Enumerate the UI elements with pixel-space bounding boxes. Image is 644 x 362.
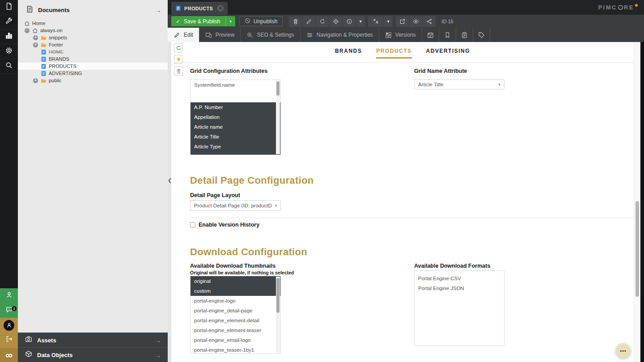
tab-notes[interactable] xyxy=(456,28,473,42)
tree-item-home[interactable]: Home xyxy=(18,20,168,27)
grid-config-attributes-label: Grid Configuration Attributes xyxy=(190,68,267,74)
locate-button[interactable] xyxy=(329,16,342,27)
tab-bookmark[interactable] xyxy=(439,28,456,42)
caret-down-icon: ▾ xyxy=(360,19,362,24)
page-tab-products[interactable]: PRODUCTS xyxy=(376,48,411,59)
account-button[interactable] xyxy=(0,318,18,333)
list-item[interactable]: Article Title xyxy=(191,132,280,142)
tools-nav-button[interactable] xyxy=(0,15,18,29)
rename-button[interactable] xyxy=(302,16,315,27)
infinity-icon: ∞ xyxy=(5,351,13,360)
content-scrollbar[interactable] xyxy=(634,42,640,362)
data-objects-accordion[interactable]: Data Objects → xyxy=(18,347,168,362)
open-document-tab[interactable]: PRODUCTS × xyxy=(171,2,228,15)
tab-versions[interactable]: Versions xyxy=(379,28,422,42)
tree-item-advertising[interactable]: ADVERTISING xyxy=(18,70,168,77)
unpublish-button[interactable]: Unpublish xyxy=(239,16,283,26)
list-item[interactable]: Article name xyxy=(191,122,280,132)
list-item[interactable]: custom xyxy=(191,286,280,296)
list-item[interactable]: portal-engine_detail-page xyxy=(191,306,280,316)
list-item[interactable]: portal-engine_element-detail xyxy=(191,316,280,325)
tab-edit[interactable]: Edit xyxy=(168,28,199,42)
trash-icon xyxy=(292,18,299,25)
save-publish-button[interactable]: ✓Save & Publish ▾ xyxy=(171,16,235,26)
trash-icon xyxy=(176,68,182,74)
scrollbar-thumb[interactable] xyxy=(636,201,639,297)
grid-config-attributes-list[interactable]: Systemfield.name A.P. Number Appellation… xyxy=(190,80,281,155)
avatar xyxy=(4,320,14,331)
share-button[interactable] xyxy=(423,16,436,27)
list-scrollbar[interactable] xyxy=(276,80,280,154)
perspective-button[interactable]: ∞ xyxy=(0,348,18,362)
reports-nav-button[interactable] xyxy=(0,29,18,44)
list-item[interactable]: portal-engine_email-logo xyxy=(191,335,280,345)
search-nav-button[interactable] xyxy=(0,59,18,74)
page-tab-advertising[interactable]: ADVERTISING xyxy=(426,48,470,59)
clear-content-button[interactable] xyxy=(174,67,183,76)
folder-icon xyxy=(41,35,47,41)
list-item[interactable]: portal-engine_teaser-1by1 xyxy=(191,345,280,354)
detail-page-layout-select[interactable]: Product Detail Page (ID: productDetailPa… xyxy=(190,200,281,211)
download-formats-list[interactable]: Portal Engine CSV Portal Engine JSON xyxy=(414,270,504,346)
info-caret-button[interactable]: ▾ xyxy=(356,16,365,27)
list-item[interactable]: Article Type xyxy=(191,142,280,152)
assets-accordion[interactable]: Assets → xyxy=(18,333,168,347)
list-item[interactable]: Appellation xyxy=(191,112,280,122)
save-options-caret[interactable]: ▾ xyxy=(225,16,235,26)
tree-item-snippets[interactable]: + snippets xyxy=(18,34,168,41)
tab-navigation-properties[interactable]: Navigation & Properties xyxy=(301,28,379,42)
file-icon xyxy=(5,2,13,12)
devices-icon xyxy=(205,32,212,38)
more-actions-button[interactable]: ••• xyxy=(616,343,631,358)
tree-item-footer[interactable]: + Footer xyxy=(18,41,168,48)
grid-name-attribute-select[interactable]: Article Title ▾ xyxy=(414,80,504,89)
list-scrollbar[interactable] xyxy=(276,277,280,353)
close-tab-icon[interactable]: × xyxy=(217,5,224,12)
documents-panel-header[interactable]: Documents → xyxy=(18,0,168,19)
expand-toggle-icon[interactable]: + xyxy=(33,42,38,47)
info-button[interactable] xyxy=(343,16,356,27)
download-thumbnails-list[interactable]: original custom portal-engine-logo porta… xyxy=(190,276,281,354)
tab-schedule[interactable] xyxy=(422,28,439,42)
page-tab-brands[interactable]: BRANDS xyxy=(335,48,362,59)
logout-button[interactable] xyxy=(0,333,18,347)
tree-item-public[interactable]: + public xyxy=(18,77,168,84)
list-item[interactable]: Systemfield.name xyxy=(191,80,280,90)
list-item[interactable]: original xyxy=(191,276,280,286)
list-item[interactable]: Portal Engine CSV xyxy=(415,274,504,283)
list-item[interactable]: A.P. Number xyxy=(191,102,280,112)
open-page-button[interactable] xyxy=(396,16,409,27)
translate-button[interactable] xyxy=(368,16,383,27)
logo-ring xyxy=(618,5,623,10)
collapse-toggle-icon[interactable]: − xyxy=(25,28,30,33)
list-item[interactable]: portal-engine_element-teaser xyxy=(191,325,280,335)
collapse-chevron-icon[interactable]: ❮ xyxy=(168,177,172,183)
checkbox[interactable] xyxy=(190,222,195,227)
notifications-button[interactable]: 1 xyxy=(0,303,18,318)
list-item[interactable]: portal-engine-logo xyxy=(191,296,280,306)
collapse-arrow-icon[interactable]: → xyxy=(155,6,161,14)
delete-button[interactable] xyxy=(289,16,302,27)
target-icon xyxy=(333,18,339,25)
tree-item-brands[interactable]: BRANDS xyxy=(18,55,168,63)
expand-toggle-icon[interactable]: + xyxy=(33,35,38,40)
tab-seo-settings[interactable]: SEO & Settings xyxy=(241,28,300,42)
tab-tags[interactable] xyxy=(473,28,490,42)
settings-nav-button[interactable] xyxy=(0,44,18,59)
tab-preview[interactable]: Preview xyxy=(199,28,241,42)
bar-chart-icon xyxy=(5,32,13,42)
preview-visibility-button[interactable] xyxy=(409,16,422,27)
documents-nav-button[interactable] xyxy=(0,0,18,15)
translate-caret-button[interactable]: ▾ xyxy=(384,16,393,27)
expand-toggle-icon[interactable]: + xyxy=(33,78,38,83)
list-item[interactable]: Portal Engine JSON xyxy=(415,283,504,293)
tree-item-always-on[interactable]: − always-on xyxy=(18,27,168,34)
gear-icon xyxy=(5,46,13,56)
enable-version-history-checkbox[interactable]: Enable Version History xyxy=(190,222,259,228)
panel-splitter[interactable]: ❮ xyxy=(168,42,171,362)
pimcore-logo: PIMCRE xyxy=(598,4,638,11)
tree-item-products[interactable]: PRODUCTS xyxy=(18,63,168,70)
tree-item-home-page[interactable]: HOME xyxy=(18,48,168,55)
reload-button[interactable] xyxy=(316,16,329,27)
user-session-button[interactable] xyxy=(0,288,18,303)
